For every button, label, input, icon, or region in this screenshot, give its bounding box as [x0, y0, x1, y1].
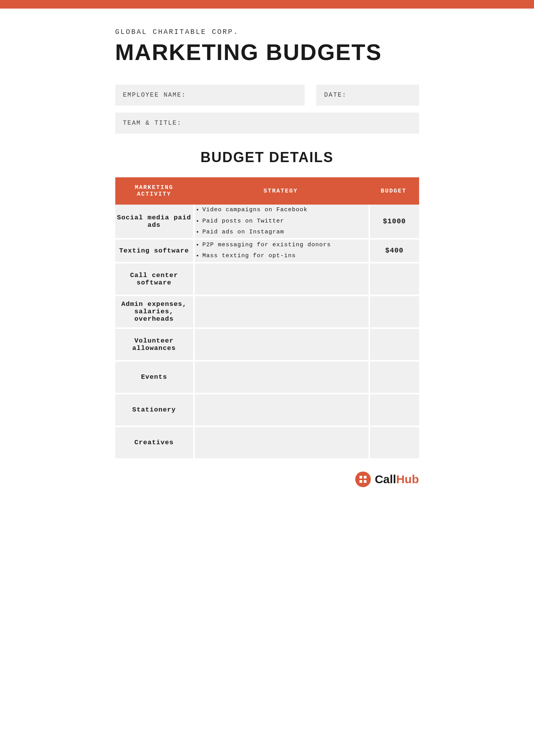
cell-activity-2: Call center software	[115, 263, 193, 296]
form-section: EMPLOYEE NAME: DATE: TEAM & TITLE:	[115, 85, 419, 134]
cell-activity-4: Volunteer allowances	[115, 329, 193, 362]
cell-budget-5	[368, 362, 419, 394]
callhub-logo: CallHub	[115, 472, 419, 487]
table-row: Stationery	[115, 394, 419, 427]
cell-strategy-4	[193, 329, 368, 362]
cell-strategy-0: Video campaigns on FacebookPaid posts on…	[193, 205, 368, 240]
top-bar	[0, 0, 534, 9]
cell-budget-4	[368, 329, 419, 362]
svg-rect-0	[360, 476, 362, 479]
cell-budget-6	[368, 394, 419, 427]
cell-activity-0: Social media paid ads	[115, 205, 193, 240]
cell-budget-1: $400	[368, 240, 419, 263]
cell-budget-0: $1000	[368, 205, 419, 240]
page-container: GLOBAL CHARITABLE CORP. MARKETING BUDGET…	[92, 9, 442, 510]
cell-budget-2	[368, 263, 419, 296]
cell-strategy-7	[193, 427, 368, 460]
strategy-item: Paid posts on Twitter	[203, 216, 368, 227]
table-row: Social media paid adsVideo campaigns on …	[115, 205, 419, 240]
cell-strategy-2	[193, 263, 368, 296]
cell-activity-6: Stationery	[115, 394, 193, 427]
cell-activity-1: Texting software	[115, 240, 193, 263]
page-title: MARKETING BUDGETS	[115, 39, 419, 65]
callhub-icon	[355, 472, 371, 487]
callhub-text-black: Call	[375, 473, 396, 486]
budget-table: MARKETING ACTIVITY STRATEGY BUDGET Socia…	[115, 177, 419, 460]
table-row: Creatives	[115, 427, 419, 460]
callhub-text: CallHub	[375, 473, 419, 486]
header-strategy: STRATEGY	[193, 177, 368, 205]
org-name: GLOBAL CHARITABLE CORP.	[115, 28, 419, 36]
cell-budget-7	[368, 427, 419, 460]
cell-activity-3: Admin expenses, salaries, overheads	[115, 296, 193, 329]
cell-activity-7: Creatives	[115, 427, 193, 460]
cell-strategy-1: P2P messaging for existing donorsMass te…	[193, 240, 368, 263]
svg-rect-3	[364, 480, 367, 483]
cell-activity-5: Events	[115, 362, 193, 394]
strategy-item: P2P messaging for existing donors	[203, 240, 368, 251]
svg-rect-1	[364, 476, 367, 479]
cell-strategy-3	[193, 296, 368, 329]
form-row-2: TEAM & TITLE:	[115, 113, 419, 134]
table-row: Admin expenses, salaries, overheads	[115, 296, 419, 329]
header-activity: MARKETING ACTIVITY	[115, 177, 193, 205]
cell-strategy-6	[193, 394, 368, 427]
table-row: Call center software	[115, 263, 419, 296]
employee-name-field[interactable]: EMPLOYEE NAME:	[115, 85, 305, 106]
table-row: Texting softwareP2P messaging for existi…	[115, 240, 419, 263]
header-budget: BUDGET	[368, 177, 419, 205]
strategy-item: Video campaigns on Facebook	[203, 205, 368, 216]
callhub-text-orange: Hub	[396, 473, 419, 486]
svg-rect-2	[360, 480, 362, 483]
cell-strategy-5	[193, 362, 368, 394]
cell-budget-3	[368, 296, 419, 329]
table-header-row: MARKETING ACTIVITY STRATEGY BUDGET	[115, 177, 419, 205]
team-title-field[interactable]: TEAM & TITLE:	[115, 113, 419, 134]
table-row: Events	[115, 362, 419, 394]
strategy-item: Paid ads on Instagram	[203, 227, 368, 238]
budget-section-title: BUDGET DETAILS	[115, 149, 419, 166]
table-row: Volunteer allowances	[115, 329, 419, 362]
strategy-item: Mass texting for opt-ins	[203, 251, 368, 262]
form-row-1: EMPLOYEE NAME: DATE:	[115, 85, 419, 106]
date-field[interactable]: DATE:	[316, 85, 419, 106]
